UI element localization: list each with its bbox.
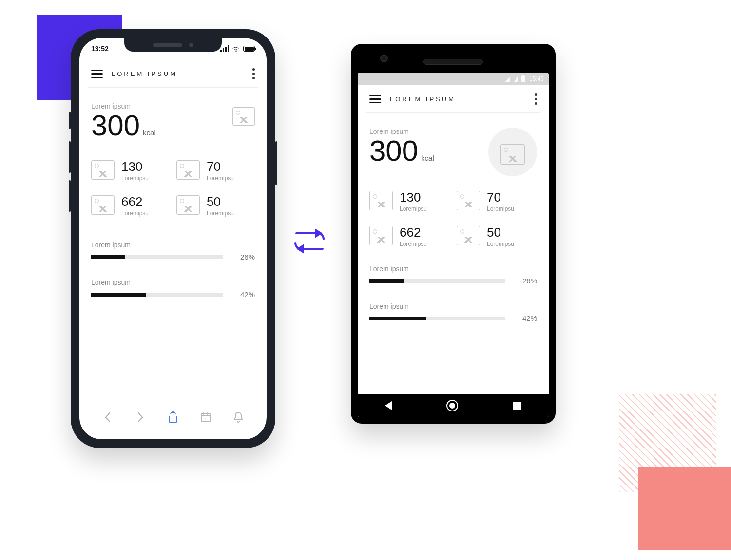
stat-item: 50Loremipsu xyxy=(457,226,537,247)
stat-sub: Loremipsu xyxy=(207,210,234,217)
android-clock: 15:45 xyxy=(529,75,544,82)
image-placeholder-icon xyxy=(369,191,393,210)
stat-item: 662Loremipsu xyxy=(91,195,170,217)
stat-value: 50 xyxy=(207,195,234,208)
progress-label: Lorem ipsum xyxy=(369,302,537,310)
progress-label: Lorem ipsum xyxy=(91,279,255,286)
calendar-icon[interactable]: 1 xyxy=(199,411,212,424)
stat-item: 662Loremipsu xyxy=(369,226,450,247)
android-recent-button[interactable] xyxy=(513,402,521,410)
iphone-mockup: 13:52 LOREM IPSUM Lorem ipsum 3 xyxy=(71,29,275,448)
signal-icon xyxy=(514,76,518,82)
progress-label: Lorem ipsum xyxy=(91,241,255,249)
hero-card: Lorem ipsum 300kcal xyxy=(366,128,540,176)
svg-text:1: 1 xyxy=(205,417,207,421)
progress-label: Lorem ipsum xyxy=(369,265,537,273)
stat-item: 50Loremipsu xyxy=(176,195,255,217)
progress-bar: Lorem ipsum 42% xyxy=(91,279,255,299)
iphone-notch xyxy=(124,38,222,52)
stat-value: 70 xyxy=(487,191,514,204)
android-nav-bar xyxy=(358,394,549,417)
ios-tabbar: 1 xyxy=(79,404,267,430)
battery-icon xyxy=(243,46,255,52)
image-placeholder-icon xyxy=(176,160,200,180)
image-placeholder-icon xyxy=(457,226,480,245)
wifi-icon xyxy=(232,46,240,52)
stat-sub: Loremipsu xyxy=(207,175,234,182)
stat-sub: Loremipsu xyxy=(121,175,149,182)
bell-icon[interactable] xyxy=(232,411,245,424)
progress-percent: 26% xyxy=(514,277,537,285)
progress-bar: Lorem ipsum 26% xyxy=(369,265,537,285)
image-placeholder-icon xyxy=(457,191,480,210)
hero-image-placeholder xyxy=(232,107,255,126)
image-placeholder-icon xyxy=(91,195,115,215)
decoration-pink-square xyxy=(638,467,731,550)
progress-track xyxy=(369,317,505,320)
android-home-button[interactable] xyxy=(446,400,458,411)
menu-icon[interactable] xyxy=(369,95,381,104)
android-mockup: 15:45 LOREM IPSUM Lorem ipsum 300kcal xyxy=(351,44,556,424)
image-placeholder-icon xyxy=(91,160,115,180)
progress-bar: Lorem ipsum 42% xyxy=(369,302,537,322)
android-back-button[interactable] xyxy=(385,401,392,410)
image-placeholder-icon xyxy=(369,226,393,245)
hero-card: Lorem ipsum 300kcal xyxy=(88,102,258,141)
stat-item: 70Loremipsu xyxy=(457,191,537,212)
ios-clock: 13:52 xyxy=(91,45,109,53)
stat-sub: Loremipsu xyxy=(487,241,514,247)
stat-value: 70 xyxy=(207,160,234,173)
app-title: LOREM IPSUM xyxy=(390,95,456,103)
battery-icon xyxy=(521,76,525,82)
progress-percent: 26% xyxy=(231,253,255,261)
hero-unit: kcal xyxy=(421,154,434,162)
app-header: LOREM IPSUM xyxy=(88,59,258,88)
more-icon[interactable] xyxy=(252,68,255,79)
stat-value: 130 xyxy=(121,160,149,173)
android-hardware-top xyxy=(358,51,549,73)
progress-bar: Lorem ipsum 26% xyxy=(91,241,255,261)
stat-value: 130 xyxy=(400,191,427,204)
progress-track xyxy=(91,255,223,259)
stat-item: 70Loremipsu xyxy=(176,160,255,182)
app-title: LOREM IPSUM xyxy=(112,70,177,77)
hero-unit: kcal xyxy=(143,129,156,137)
stat-item: 130Loremipsu xyxy=(91,160,170,182)
stat-sub: Loremipsu xyxy=(121,210,149,217)
android-status-bar: 15:45 xyxy=(358,73,549,85)
share-icon[interactable] xyxy=(167,411,179,424)
stat-item: 130Loremipsu xyxy=(369,191,450,212)
hero-avatar-circle xyxy=(488,128,537,176)
more-icon[interactable] xyxy=(535,93,537,105)
progress-track xyxy=(91,293,223,297)
hero-value: 300 xyxy=(369,134,418,167)
stat-value: 662 xyxy=(400,226,427,239)
hero-image-placeholder xyxy=(500,144,525,165)
stat-value: 50 xyxy=(487,226,514,239)
forward-icon[interactable] xyxy=(134,411,147,424)
signal-icon xyxy=(505,76,510,82)
progress-track xyxy=(369,279,505,283)
signal-icon xyxy=(220,45,229,52)
progress-percent: 42% xyxy=(514,314,537,322)
menu-icon[interactable] xyxy=(91,70,103,78)
stat-sub: Loremipsu xyxy=(400,205,427,212)
hero-value: 300 xyxy=(91,109,140,142)
stat-sub: Loremipsu xyxy=(400,241,427,247)
image-placeholder-icon xyxy=(176,195,200,215)
progress-percent: 42% xyxy=(231,290,255,299)
app-header: LOREM IPSUM xyxy=(366,85,540,113)
back-icon[interactable] xyxy=(101,411,114,424)
swap-icon xyxy=(288,222,331,262)
stat-sub: Loremipsu xyxy=(487,205,514,212)
stat-value: 662 xyxy=(121,195,149,208)
